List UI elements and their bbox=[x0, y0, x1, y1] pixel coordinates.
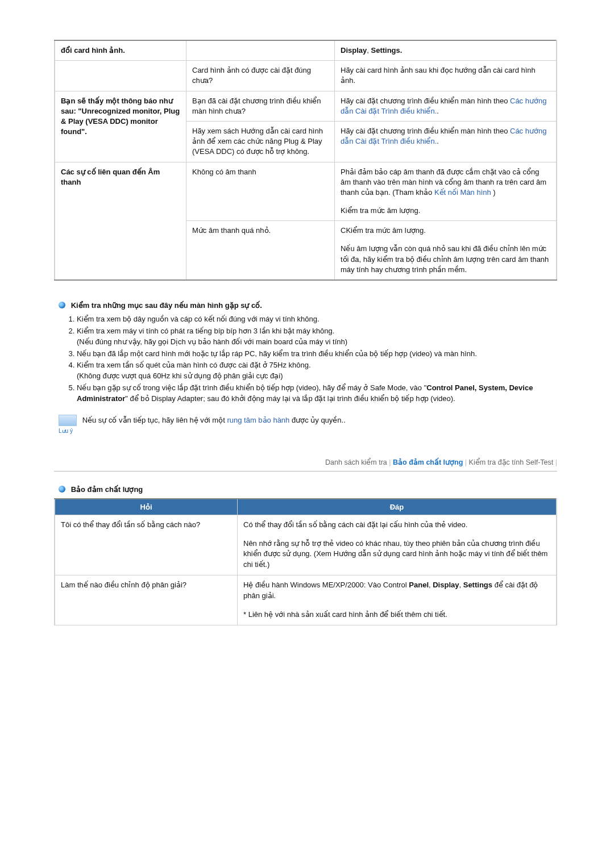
checklist: Kiểm tra xem bộ dây nguồn và cáp có kết … bbox=[57, 314, 557, 404]
list-item: Kiểm tra xem máy vi tính có phát ra tiến… bbox=[77, 326, 557, 348]
list-item: Kiểm tra xem bộ dây nguồn và cáp có kết … bbox=[77, 314, 557, 325]
solution-cell: Hãy cài card hình ảnh sau khi đọc hướng … bbox=[335, 61, 557, 91]
issue-cell: Các sự cố liên quan đến Âm thanh bbox=[55, 162, 186, 280]
issue-cell bbox=[55, 61, 186, 91]
troubleshooting-table: đổi card hình ảnh. Display, Settings. Ca… bbox=[54, 40, 557, 281]
answer-cell: Có thể thay đổi tần số bằng cách cài đặt… bbox=[238, 515, 557, 575]
tab-quality[interactable]: Bảo đảm chất lượng bbox=[393, 458, 463, 466]
tab-checklist[interactable]: Danh sách kiểm tra bbox=[325, 458, 387, 466]
qa-table: Hỏi Đáp Tôi có thể thay đổi tần số bằng … bbox=[54, 498, 557, 625]
solution-cell: Hãy cài đặt chương trình điều khiển màn … bbox=[335, 121, 557, 162]
question-cell: Tôi có thể thay đổi tần số bằng cách nào… bbox=[55, 515, 238, 575]
qa-head-question: Hỏi bbox=[55, 499, 238, 515]
cause-cell: Card hình ảnh có được cài đặt đúng chưa? bbox=[186, 61, 335, 91]
cause-cell: Không có âm thanh bbox=[186, 162, 335, 221]
cause-cell: Bạn đã cài đặt chương trình điều khiển m… bbox=[186, 91, 335, 121]
tab-bar: Danh sách kiểm tra | Bảo đảm chất lượng … bbox=[54, 458, 557, 471]
solution-cell: Hãy cài đặt chương trình điều khiển màn … bbox=[335, 91, 557, 121]
note-icon: Lưu ý bbox=[59, 415, 80, 435]
issue-cell: Bạn sẽ thấy một thông báo như sau: "Unre… bbox=[55, 91, 186, 162]
list-item: Kiểm tra xem tần số quét của màn hình có… bbox=[77, 360, 557, 382]
cause-cell: Hãy xem sách Hướng dẫn cài card hình ảnh… bbox=[186, 121, 335, 162]
issue-cell: đổi card hình ảnh. bbox=[55, 40, 186, 61]
note: Lưu ý Nếu sự cố vẫn tiếp tục, hãy liên h… bbox=[59, 415, 557, 435]
list-item: Nếu bạn đã lắp một card hình mới hoặc tự… bbox=[77, 349, 557, 360]
tab-selftest[interactable]: Kiểm tra đặc tính Self-Test bbox=[469, 458, 554, 466]
bullet-icon bbox=[59, 302, 65, 308]
solution-cell: CKiểm tra mức âm lượng. Nếu âm lượng vẫn… bbox=[335, 221, 557, 280]
connect-monitor-link[interactable]: Kết nối Màn hình bbox=[434, 188, 491, 197]
bullet-icon bbox=[59, 486, 65, 493]
answer-cell: Hệ điều hành Windows ME/XP/2000: Vào Con… bbox=[238, 575, 557, 625]
solution-cell: Phải đảm bảo cáp âm thanh đã được cắm ch… bbox=[335, 162, 557, 221]
checklist-heading: Kiểm tra những mục sau đây nếu màn hình … bbox=[59, 301, 557, 310]
qa-head-answer: Đáp bbox=[238, 499, 557, 515]
solution-cell: Display, Settings. bbox=[335, 40, 557, 61]
cause-cell bbox=[186, 40, 335, 61]
question-cell: Làm thế nào điều chỉnh độ phân giải? bbox=[55, 575, 238, 625]
qa-heading: Bảo đảm chất lượng bbox=[59, 485, 557, 494]
cause-cell: Mức âm thanh quá nhỏ. bbox=[186, 221, 335, 280]
service-center-link[interactable]: rung tâm bảo hành bbox=[227, 416, 289, 424]
list-item: Nếu bạn gặp sự cố trong việc lắp đặt trì… bbox=[77, 383, 557, 404]
